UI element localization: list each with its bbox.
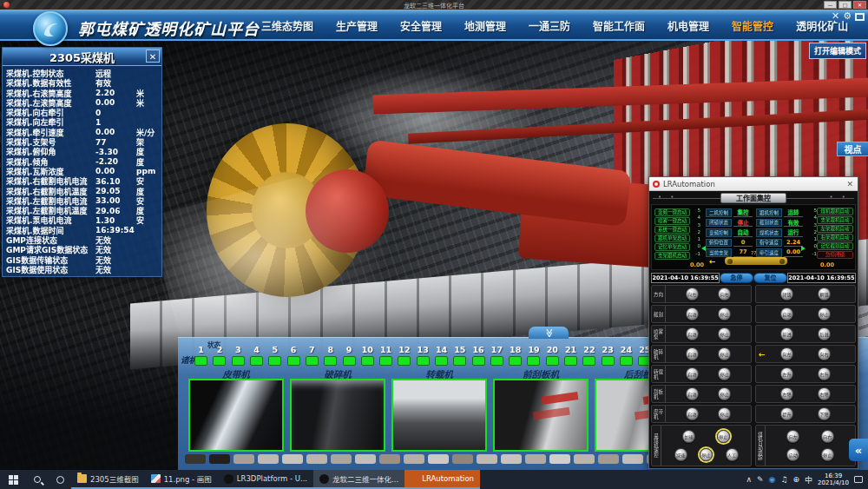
control-button[interactable]: 启动 [780,307,793,320]
tab-workface-control[interactable]: 工作面集控 [720,193,786,203]
mode-button[interactable]: 记忆单架启动 [654,243,690,251]
status-table-right: 跟机控制 运转 截割状态 有效 煤机状态 运行 [756,208,803,257]
control-button[interactable]: 向右 [718,287,731,301]
status-ok-indicator [490,356,503,366]
control-button[interactable]: 启动 [686,347,699,360]
nav-menu-item[interactable]: 地测管理 [453,18,517,33]
taskbar-item[interactable]: LR3DPlatform - U... [218,470,313,489]
mode-button[interactable]: 跟机单架启动 [654,235,690,242]
control-button[interactable]: 停止 [718,367,731,380]
control-button[interactable]: 提升 [780,407,793,420]
tray-chevron-icon[interactable]: ∧ [746,475,752,484]
side-panel-toggle[interactable]: « [849,439,868,461]
shield-icon[interactable]: ◉ [769,475,776,484]
status-ok-indicator [268,356,281,366]
control-button[interactable]: 启动 [686,307,699,320]
status-ok-indicator [194,356,207,366]
control-button[interactable]: 右升 [818,367,831,380]
control-rows-left: 方向 向左向右 截割 启动停止 [651,285,752,423]
speed-button[interactable]: 加速 [682,430,695,443]
control-button[interactable]: 闭锁 [780,287,793,301]
lra-close-icon[interactable]: ✕ [846,180,853,188]
control-button[interactable]: 解锁 [818,287,831,301]
speaker-icon[interactable]: ♫ [780,475,787,484]
nav-menu-item[interactable]: 三维态势图 [250,18,325,33]
speed-button[interactable]: 减速 [674,448,687,461]
tools-icon[interactable]: ✕ [832,11,839,22]
lra-titlebar[interactable]: LRAutomation ✕ [649,177,858,191]
control-button[interactable]: 前进 [780,327,793,340]
control-button[interactable]: 左降 [780,387,793,400]
taskbar-item[interactable]: 龙软二三维一体化... [313,470,404,489]
auto-mode-button[interactable]: 记忆截割自动 [817,242,853,250]
auto-mode-button[interactable]: 左架跟机自动 [817,225,853,233]
control-button[interactable]: 向右 [818,347,831,360]
speed-button[interactable]: 人工 [726,448,739,461]
control-button[interactable]: 启动 [686,327,699,340]
panel-collapse-tab[interactable]: ≪ [529,327,569,339]
control-button[interactable]: 停止 [718,307,731,320]
control-button[interactable]: 停止 [718,347,731,360]
action-center-icon[interactable] [854,476,863,483]
nav-menu-item[interactable]: 一通三防 [517,18,582,33]
panel-close-icon[interactable]: ✕ [146,50,160,63]
estop-button[interactable]: 急停 [720,273,753,283]
taskbar-item[interactable]: 2305三维截图 [71,470,145,489]
nav-menu-item[interactable]: 生产管理 [325,18,389,33]
control-button[interactable]: 启动 [686,367,699,380]
start-button[interactable] [0,475,26,485]
auto-mode-button[interactable]: 煤机跟机自动 [817,208,853,215]
control-button[interactable]: 向左 [780,347,793,360]
mode-button[interactable]: 支架跟机启动 [654,252,690,260]
speed-button[interactable]: 停止 [700,448,713,461]
nav-menu-item[interactable]: 智能管控 [720,18,785,33]
control-button[interactable]: 下降 [818,407,831,420]
auto-button[interactable]: 停止 [821,448,834,461]
mode-button[interactable]: 喷雾一键启动 [654,217,690,225]
camera-video-thumb[interactable] [290,379,385,452]
reset-button[interactable]: 复位 [753,273,787,283]
taskbar-item[interactable]: 11.png - 画图 [145,470,218,489]
camera-video-thumb[interactable] [391,379,487,452]
screen-mode-icon[interactable] [855,13,865,21]
control-button[interactable]: 停止 [718,327,731,340]
ime-indicator[interactable]: 中 [805,474,812,486]
auto-mode-button[interactable]: 右架跟机自动 [817,234,853,241]
auto-button[interactable]: 向右 [821,430,834,443]
nav-menu-item[interactable]: 智能工作面 [582,18,656,33]
support-number: 24 [617,345,635,354]
nav-menu-item[interactable]: 机电管理 [656,18,720,33]
network-icon[interactable]: ⊕ [793,475,800,484]
mode-button[interactable]: 系统一键启动 [654,226,690,234]
control-button[interactable]: 后退 [818,327,831,340]
camera-video-thumb[interactable] [188,379,284,452]
control-button[interactable]: 启动 [686,387,699,400]
control-button[interactable]: 停止 [718,387,731,400]
estop-lock-button[interactable]: 急停闭锁 [817,251,853,259]
clock[interactable]: 16:39 2021/4/10 [818,472,849,486]
control-button[interactable]: 启动 [686,407,699,420]
control-button[interactable]: 向左 [686,287,699,301]
nav-menu-item[interactable]: 安全管理 [389,18,453,33]
control-button[interactable]: 停止 [718,407,731,420]
mode-button[interactable]: 变频一键启动 [654,208,690,216]
control-button[interactable]: 左升 [780,367,793,380]
task-view-button[interactable] [49,476,71,484]
search-button[interactable] [26,476,49,483]
auto-button[interactable]: 启动 [786,448,799,461]
status-cell [247,356,266,366]
control-button[interactable]: 右降 [818,387,831,400]
gear-icon[interactable]: ⚙ [843,11,852,22]
open-edit-mode-button[interactable]: 打开编辑模式 [809,43,866,59]
auto-mode-button[interactable]: 支架跟机自动 [817,216,853,224]
viewpoint-button[interactable]: 视点 [837,142,868,156]
camera-video-thumb[interactable] [493,379,589,452]
pen-icon[interactable]: ✎ [757,475,764,484]
taskbar-item[interactable]: LRAutomation [404,470,480,489]
speed-button[interactable]: 停止 [717,430,730,443]
task-view-icon [56,476,64,484]
right-position-arrow-icon [801,246,806,251]
data-row: 采煤机.牵引速度 0.00 米/分 [3,127,161,136]
control-button[interactable]: 停止 [818,307,831,320]
auto-button[interactable]: 向左 [786,430,799,443]
